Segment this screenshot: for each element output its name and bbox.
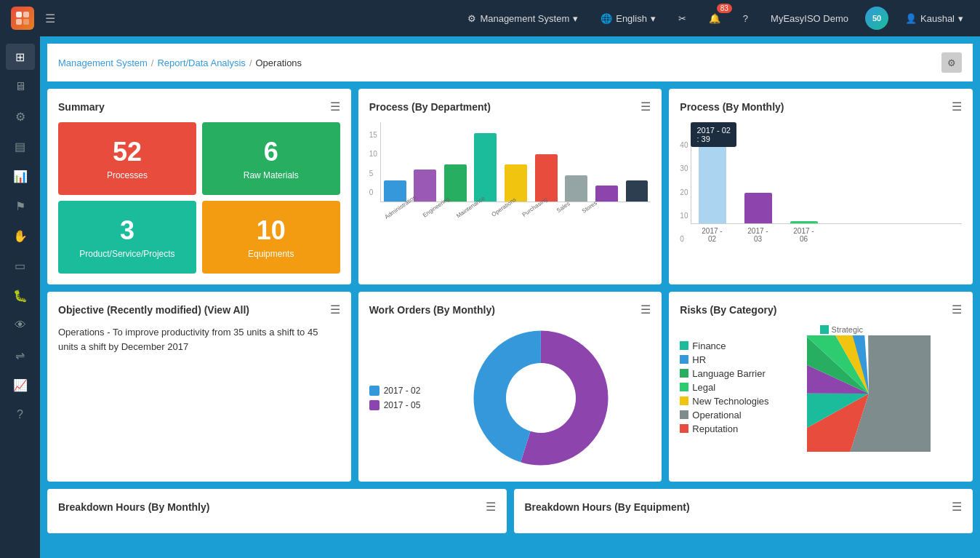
process-monthly-title: Process (By Monthly) — [680, 101, 784, 113]
dashboard-grid: Summary ☰ 52 Processes 6 Raw Materials 3… — [47, 89, 973, 482]
svg-rect-3 — [23, 19, 29, 25]
objective-text: Operations - To improve productivity fro… — [58, 325, 340, 354]
monthly-bar-jun — [790, 122, 818, 223]
work-orders-body: 2017 - 02 2017 - 05 — [369, 325, 651, 471]
product-label: Product/Service/Projects — [79, 249, 174, 259]
summary-menu-icon[interactable]: ☰ — [330, 100, 340, 113]
main-content: Management System / Report/Data Analysis… — [40, 36, 980, 558]
sidebar-item-card[interactable]: ▤ — [6, 133, 35, 159]
sidebar-item-hand[interactable]: ✋ — [6, 223, 35, 249]
breakdown-equipment-header: Breakdown Hours (By Equipment) ☰ — [525, 500, 963, 514]
raw-materials-count: 6 — [264, 137, 278, 167]
donut-chart — [431, 325, 651, 471]
raw-materials-tile[interactable]: 6 Raw Materials — [202, 122, 340, 195]
sidebar: ⊞ 🖥 ⚙ ▤ 📊 ⚑ ✋ ▭ 🐛 👁 ⇌ 📈 ? — [0, 36, 40, 558]
work-orders-card: Work Orders (By Monthly) ☰ 2017 - 02 201… — [358, 292, 662, 482]
gear-icon: ⚙ — [467, 13, 476, 24]
breadcrumb-settings-button[interactable]: ⚙ — [941, 52, 962, 73]
breakdown-monthly-header: Breakdown Hours (By Monthly) ☰ — [58, 500, 496, 514]
bar-stores — [565, 175, 587, 202]
sidebar-item-eye[interactable]: 👁 — [6, 312, 35, 338]
bell-icon: 🔔 — [709, 13, 720, 24]
user-menu[interactable]: 👤 Kaushal ▾ — [899, 9, 969, 28]
objective-card: Objective (Recently modified) (View All)… — [47, 292, 351, 482]
objective-header: Objective (Recently modified) (View All)… — [58, 303, 340, 316]
sidebar-item-help[interactable]: ? — [6, 402, 35, 428]
product-count: 3 — [120, 215, 134, 246]
objective-title: Objective (Recently modified) (View All) — [58, 304, 249, 316]
sidebar-item-home[interactable]: ⊞ — [6, 44, 35, 70]
svg-rect-2 — [16, 19, 22, 25]
breakdown-equipment-menu-icon[interactable]: ☰ — [952, 500, 962, 514]
work-orders-header: Work Orders (By Monthly) ☰ — [369, 303, 651, 316]
svg-point-6 — [506, 363, 576, 433]
equipments-count: 10 — [257, 215, 286, 246]
top-navigation: ☰ ⚙ Management System ▾ 🌐 English ▾ ✂ 🔔 … — [0, 0, 980, 36]
sidebar-item-tablet[interactable]: ▭ — [6, 252, 35, 279]
bar-administration — [384, 180, 406, 202]
sidebar-item-bug[interactable]: 🐛 — [6, 282, 35, 308]
process-by-monthly-card: Process (By Monthly) ☰ 0 10 20 30 40 201… — [669, 89, 973, 284]
notifications[interactable]: 🔔 83 — [703, 9, 726, 28]
process-monthly-header: Process (By Monthly) ☰ — [680, 100, 962, 113]
breakdown-monthly-title: Breakdown Hours (By Monthly) — [58, 501, 209, 513]
risks-pie-area: Strategic — [776, 325, 962, 452]
user-icon: 👤 — [905, 13, 917, 24]
monthly-bar-mar — [744, 122, 772, 223]
breakdown-equipment-title: Breakdown Hours (By Equipment) — [525, 501, 690, 513]
equipments-label: Equipments — [248, 249, 294, 259]
bottom-row: Breakdown Hours (By Monthly) ☰ Breakdown… — [47, 489, 973, 533]
process-by-department-card: Process (By Department) ☰ 0 5 10 15 — [358, 89, 662, 284]
breadcrumb-report[interactable]: Report/Data Analysis — [157, 57, 245, 68]
processes-label: Processes — [107, 170, 148, 180]
work-orders-menu-icon[interactable]: ☰ — [640, 303, 651, 316]
wrench-icon[interactable]: ✂ — [672, 9, 692, 28]
process-monthly-menu-icon[interactable]: ☰ — [952, 100, 962, 113]
product-tile[interactable]: 3 Product/Service/Projects — [58, 201, 196, 274]
processes-tile[interactable]: 52 Processes — [58, 122, 196, 195]
summary-tiles: 52 Processes 6 Raw Materials 3 Product/S… — [58, 122, 340, 274]
summary-title: Summary — [58, 101, 105, 113]
risks-legend: Finance HR Language Barrier Legal — [680, 340, 768, 437]
legend-dot-feb — [369, 386, 379, 396]
sidebar-item-monitor[interactable]: 🖥 — [6, 73, 35, 100]
equipments-tile[interactable]: 10 Equipments — [202, 201, 340, 274]
user-label[interactable]: MyEasyISO Demo — [765, 9, 854, 28]
language-menu[interactable]: 🌐 English ▾ — [595, 9, 662, 28]
breakdown-monthly-card: Breakdown Hours (By Monthly) ☰ — [47, 489, 507, 533]
risks-title: Risks (By Category) — [680, 304, 776, 316]
chart-tooltip: 2017 - 02 : 39 — [691, 122, 736, 147]
avatar[interactable]: 50 — [865, 7, 888, 30]
sidebar-item-chart[interactable]: 📊 — [6, 163, 35, 189]
legend-dot-may — [369, 400, 379, 410]
risks-layout: Finance HR Language Barrier Legal — [680, 325, 962, 452]
summary-card-header: Summary ☰ — [58, 100, 340, 113]
help-icon[interactable]: ? — [737, 9, 754, 28]
management-system-menu[interactable]: ⚙ Management System ▾ — [462, 9, 584, 28]
svg-rect-1 — [23, 12, 29, 17]
breadcrumb-management-system[interactable]: Management System — [58, 57, 148, 68]
bar-engineering — [414, 170, 436, 202]
risks-by-category-card: Risks (By Category) ☰ Finance HR — [669, 292, 973, 482]
app-logo[interactable] — [11, 7, 34, 30]
sidebar-item-flag[interactable]: ⚑ — [6, 193, 35, 219]
work-orders-legend: 2017 - 02 2017 - 05 — [369, 386, 421, 410]
process-dept-header: Process (By Department) ☰ — [369, 100, 651, 113]
bar-purchasing — [505, 164, 527, 202]
sidebar-item-settings[interactable]: ⚙ — [6, 103, 35, 129]
dropdown-icon: ▾ — [958, 13, 963, 24]
dropdown-icon: ▾ — [651, 13, 656, 24]
process-dept-menu-icon[interactable]: ☰ — [640, 100, 651, 113]
bar-sales — [535, 154, 558, 202]
hamburger-icon[interactable]: ☰ — [45, 12, 55, 25]
bar-other2 — [626, 180, 648, 202]
sidebar-item-line-chart[interactable]: 📈 — [6, 372, 35, 398]
dropdown-icon: ▾ — [573, 13, 578, 24]
risks-menu-icon[interactable]: ☰ — [952, 303, 962, 316]
breadcrumb-current: Operations — [256, 57, 302, 68]
objective-menu-icon[interactable]: ☰ — [330, 303, 340, 316]
breakdown-monthly-menu-icon[interactable]: ☰ — [486, 500, 496, 514]
sidebar-item-transfer[interactable]: ⇌ — [6, 342, 35, 368]
globe-icon: 🌐 — [601, 13, 612, 24]
processes-count: 52 — [113, 137, 142, 167]
